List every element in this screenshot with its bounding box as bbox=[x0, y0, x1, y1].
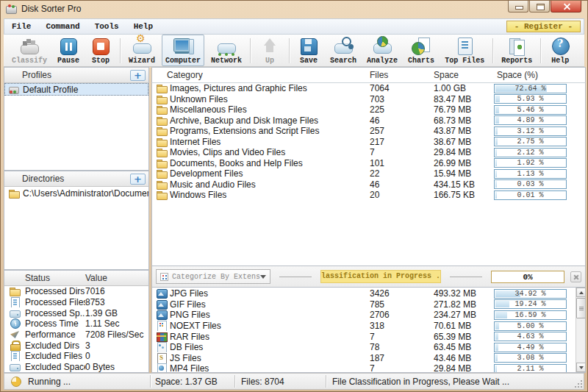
category-row[interactable]: Internet Files21738.67 MB2.75 % bbox=[152, 137, 585, 148]
add-directory-button[interactable] bbox=[130, 174, 146, 185]
percent-bar: 4.63 % bbox=[494, 332, 567, 341]
category-row[interactable]: Windows Files20166.75 KB0.01 % bbox=[152, 190, 585, 201]
cancel-classification-button[interactable] bbox=[570, 271, 581, 282]
toolbar-button-label: Help bbox=[551, 57, 569, 65]
add-profile-button[interactable] bbox=[130, 70, 146, 81]
toolbar-button-save[interactable]: Save bbox=[294, 35, 323, 66]
menu-help[interactable]: Help bbox=[126, 22, 160, 31]
category-files: 22 bbox=[370, 168, 434, 179]
percent-bar-label: 72.64 % bbox=[495, 85, 566, 93]
extension-name-cell: NOEXT Files bbox=[152, 321, 370, 331]
scroll-down-button[interactable] bbox=[576, 363, 586, 372]
percent-bar: 0.01 % bbox=[494, 190, 567, 200]
toolbar-button-help[interactable]: Help bbox=[545, 35, 575, 66]
app-icon bbox=[6, 4, 17, 14]
extension-row[interactable]: PNG Files2706234.27 MB16.59 % bbox=[152, 310, 576, 321]
toolbar-button-stop[interactable]: Stop bbox=[86, 35, 115, 66]
toolbar-button-analyze[interactable]: Analyze bbox=[363, 35, 401, 66]
menu-tools[interactable]: Tools bbox=[87, 22, 126, 31]
category-row[interactable]: Development Files2215.94 MB1.13 % bbox=[152, 168, 585, 179]
toolbar-button-up[interactable]: Up bbox=[255, 35, 284, 66]
register-button[interactable]: - Register - bbox=[506, 21, 581, 32]
toolbar-button-label: Stop bbox=[92, 57, 110, 65]
menu-command[interactable]: Command bbox=[38, 22, 87, 31]
category-space: 26.99 MB bbox=[434, 158, 494, 168]
category-column-header[interactable]: Category bbox=[152, 70, 370, 80]
status-row-label: Excluded Files bbox=[25, 351, 82, 361]
extension-percent-cell: 19.24 % bbox=[494, 299, 576, 309]
img-file-icon bbox=[156, 288, 168, 299]
profile-item[interactable]: Default Profile bbox=[4, 83, 148, 96]
category-files: 101 bbox=[370, 158, 434, 168]
toolbar-button-computer[interactable]: Computer bbox=[162, 35, 204, 66]
stop-icon bbox=[90, 37, 112, 56]
profile-icon bbox=[8, 85, 20, 95]
toolbar-separator bbox=[540, 38, 541, 63]
extension-row[interactable]: JS Files18743.46 MB3.08 % bbox=[152, 353, 576, 364]
classification-bar: Categorize By Extension lassification in… bbox=[151, 266, 586, 287]
category-name: Windows Files bbox=[170, 190, 226, 200]
toolbar-button-classify[interactable]: Classify bbox=[8, 35, 51, 66]
directory-item-label: C:\Users\Administrator\Documents bbox=[23, 188, 149, 199]
status-row-label-cell: Process Time bbox=[4, 318, 85, 329]
resize-grip[interactable] bbox=[574, 379, 583, 388]
status-row-value: 8753 bbox=[85, 297, 148, 307]
percent-bar-label: 2.11 % bbox=[495, 365, 566, 373]
category-row[interactable]: Images, Pictures and Graphic Files70641.… bbox=[152, 83, 585, 94]
minimize-button[interactable] bbox=[508, 1, 528, 13]
extension-percent-cell: 5.00 % bbox=[494, 321, 576, 331]
toolbar-button-pause[interactable]: Pause bbox=[54, 35, 83, 66]
category-row[interactable]: Documents, Books and Help Files10126.99 … bbox=[152, 158, 585, 169]
category-row[interactable]: Miscellaneous Files22576.79 MB5.46 % bbox=[152, 104, 585, 115]
toolbar-button-search[interactable]: Search bbox=[326, 35, 360, 66]
scroll-up-button[interactable] bbox=[576, 288, 586, 297]
status-panel-list: Processed Dirs7016Processed Files8753Pro… bbox=[4, 286, 149, 373]
space-column-header[interactable]: Space bbox=[434, 70, 494, 80]
status-bar-state: Running ... bbox=[4, 374, 150, 389]
percent-bar-label: 2.12 % bbox=[495, 149, 566, 157]
extension-row[interactable]: NOEXT Files31870.61 MB5.00 % bbox=[152, 321, 576, 332]
extension-row[interactable]: GIF Files785271.82 MB19.24 % bbox=[152, 299, 576, 310]
category-files: 703 bbox=[370, 94, 434, 104]
toolbar-button-top-files[interactable]: Top Files bbox=[441, 35, 488, 66]
category-name-cell: Development Files bbox=[152, 168, 370, 179]
status-row-label: Processed Sp... bbox=[25, 308, 85, 318]
menu-file[interactable]: File bbox=[4, 22, 38, 31]
window-controls bbox=[507, 1, 581, 13]
toolbar-button-wizard[interactable]: Wizard bbox=[125, 35, 159, 66]
category-row[interactable]: Archive, Backup and Disk Image Files4668… bbox=[152, 115, 585, 126]
extension-row[interactable]: MP4 Files729.84 MB2.11 % bbox=[152, 363, 576, 373]
close-button[interactable] bbox=[551, 1, 581, 13]
extension-row[interactable]: RAR Files765.39 MB4.63 % bbox=[152, 331, 576, 342]
classification-marquee: lassification in Progress .. bbox=[320, 270, 441, 283]
directory-item[interactable]: C:\Users\Administrator\Documents bbox=[4, 187, 148, 199]
folder-icon bbox=[9, 286, 21, 296]
category-percent-cell: 1.92 % bbox=[494, 158, 585, 168]
up-icon bbox=[259, 37, 281, 56]
folder-icon bbox=[156, 168, 168, 179]
space-percent-column-header[interactable]: Space (%) bbox=[494, 70, 585, 80]
extension-row[interactable]: JPG Files3426493.32 MB34.92 % bbox=[152, 288, 576, 299]
category-row[interactable]: Movies, Clips and Video Files729.84 MB2.… bbox=[152, 147, 585, 158]
maximize-button[interactable] bbox=[529, 1, 550, 13]
category-row[interactable]: Programs, Extensions and Script Files257… bbox=[152, 126, 585, 137]
percent-bar: 0.03 % bbox=[494, 179, 567, 189]
extension-row[interactable]: DB Files7863.45 MB4.49 % bbox=[152, 342, 576, 353]
category-files: 20 bbox=[370, 190, 434, 200]
percent-bar: 5.00 % bbox=[494, 321, 567, 331]
category-row[interactable]: Music and Audio Files46434.15 KB0.03 % bbox=[152, 179, 585, 190]
files-column-header[interactable]: Files bbox=[370, 70, 434, 80]
scrollbar-thumb[interactable] bbox=[576, 298, 586, 318]
category-row[interactable]: Unknown Files70383.47 MB5.93 % bbox=[152, 94, 585, 105]
categorize-mode-dropdown[interactable]: Categorize By Extension bbox=[156, 269, 270, 284]
percent-bar-label: 4.63 % bbox=[495, 332, 566, 341]
toolbar-button-network[interactable]: Network bbox=[207, 35, 245, 66]
toolbar-button-reports[interactable]: Reports bbox=[498, 35, 536, 66]
charts-icon bbox=[410, 37, 432, 56]
status-row-value: 1.39 GB bbox=[85, 308, 148, 318]
vertical-scrollbar[interactable] bbox=[576, 288, 585, 372]
img-file-icon bbox=[156, 299, 168, 310]
category-space: 38.67 MB bbox=[434, 137, 494, 147]
toolbar-button-charts[interactable]: Charts bbox=[404, 35, 438, 66]
category-space: 83.47 MB bbox=[434, 94, 494, 104]
